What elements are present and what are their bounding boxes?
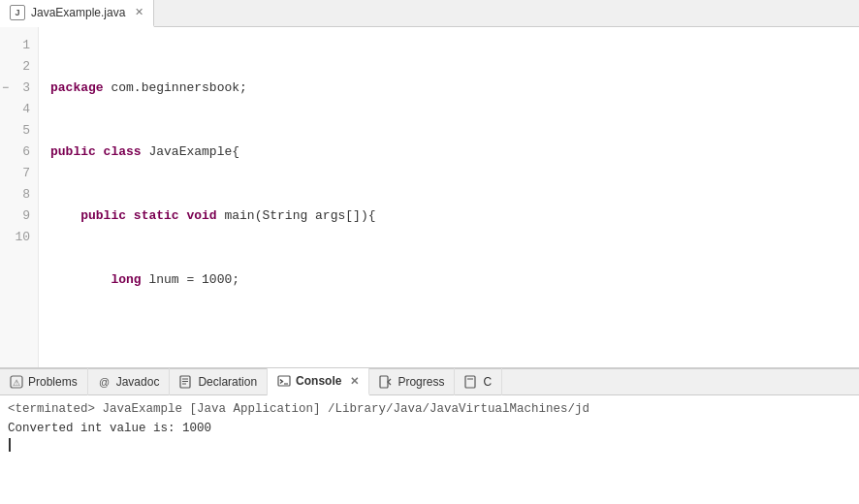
bottom-tab-bar: ⚠ Problems @ Javadoc Declaration Console… — [0, 368, 859, 395]
code-line-2: public class JavaExample{ — [50, 142, 859, 163]
tab-javadoc[interactable]: @ Javadoc — [88, 368, 171, 395]
svg-rect-10 — [380, 376, 388, 388]
console-cursor-line — [8, 438, 851, 452]
tab-progress-label: Progress — [398, 375, 444, 389]
tab-declaration-label: Declaration — [198, 375, 257, 389]
tab-console-label: Console — [296, 374, 341, 388]
line-num-3: 3 — [0, 78, 38, 99]
code-line-3: public static void main(String args[]){ — [50, 205, 859, 227]
c-icon — [464, 375, 478, 389]
console-terminated-line: <terminated> JavaExample [Java Applicati… — [8, 399, 851, 419]
bottom-panel: ⚠ Problems @ Javadoc Declaration Console… — [0, 368, 859, 504]
line-num-10: 10 — [0, 227, 38, 248]
console-cursor — [9, 438, 11, 452]
line-num-5: 5 — [0, 120, 38, 142]
line-num-9: 9 — [0, 205, 38, 227]
line-num-2: 2 — [0, 56, 38, 78]
line-num-7: 7 — [0, 163, 38, 184]
tab-c-label: C — [483, 375, 492, 389]
declaration-icon — [179, 375, 193, 389]
tab-progress[interactable]: Progress — [369, 368, 455, 395]
code-line-4: long lnum = 1000; — [50, 269, 859, 291]
code-line-5 — [50, 333, 859, 355]
editor-tab-bar: J JavaExample.java ✕ — [0, 0, 859, 27]
tab-console[interactable]: Console ✕ — [268, 368, 369, 395]
svg-text:⚠: ⚠ — [13, 378, 20, 388]
tab-declaration[interactable]: Declaration — [170, 368, 268, 395]
tab-close-icon[interactable]: ✕ — [135, 6, 143, 18]
editor-container: J JavaExample.java ✕ 1 2 3 4 5 6 7 8 9 1… — [0, 0, 859, 368]
console-output: <terminated> JavaExample [Java Applicati… — [0, 395, 859, 504]
line-num-1: 1 — [0, 35, 38, 56]
console-icon — [277, 374, 291, 388]
file-tab[interactable]: J JavaExample.java ✕ — [0, 0, 154, 27]
progress-icon — [379, 375, 393, 389]
line-num-6: 6 — [0, 142, 38, 163]
javadoc-icon: @ — [98, 375, 111, 389]
tab-problems-label: Problems — [28, 375, 78, 389]
line-num-8: 8 — [0, 184, 38, 205]
line-numbers: 1 2 3 4 5 6 7 8 9 10 — [0, 27, 39, 367]
tab-problems[interactable]: ⚠ Problems — [0, 368, 88, 395]
java-file-icon: J — [10, 5, 25, 20]
code-line-1: package com.beginnersbook; — [50, 78, 859, 99]
file-tab-label: JavaExample.java — [31, 6, 125, 19]
line-num-4: 4 — [0, 99, 38, 120]
tab-c[interactable]: C — [455, 368, 502, 395]
code-area: 1 2 3 4 5 6 7 8 9 10 package com.beginne… — [0, 27, 859, 367]
code-content[interactable]: package com.beginnersbook; public class … — [39, 27, 859, 367]
tab-javadoc-label: Javadoc — [116, 375, 160, 389]
svg-rect-11 — [465, 376, 475, 388]
console-close-icon[interactable]: ✕ — [350, 375, 359, 388]
console-output-line: Converted int value is: 1000 — [8, 419, 851, 438]
problems-icon: ⚠ — [10, 375, 23, 389]
